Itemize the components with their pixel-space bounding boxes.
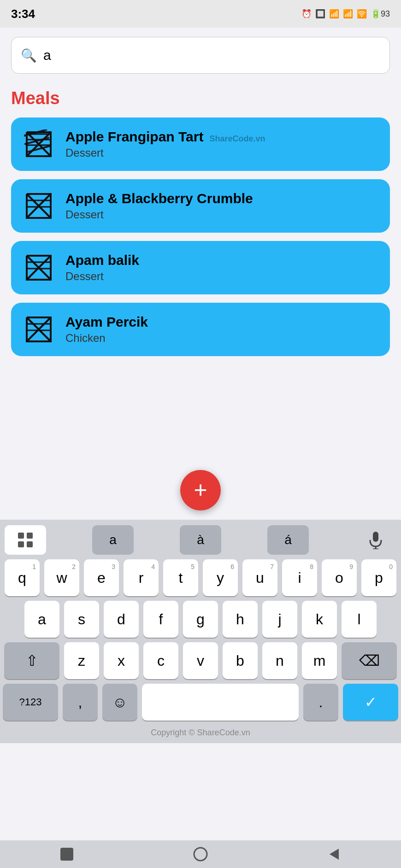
key-f[interactable]: f <box>143 601 178 638</box>
meal-list: Apple Frangipan Tart ShareCode.vn Desser… <box>11 117 390 356</box>
meal-icon-4 <box>22 313 55 346</box>
meal-info-1: Apple Frangipan Tart ShareCode.vn Desser… <box>65 129 265 159</box>
keyboard: a à á q1 w2 e3 r4 t5 y6 u7 i8 o9 p0 a s … <box>0 520 401 743</box>
status-bar: 3:34 ⏰ 🔲 📶 📶 🛜 🔋93 <box>0 0 401 28</box>
key-i[interactable]: i8 <box>282 559 317 596</box>
svg-rect-24 <box>373 532 378 542</box>
key-c[interactable]: c <box>143 642 178 679</box>
key-h[interactable]: h <box>223 601 258 638</box>
accent-a-key[interactable]: a <box>92 525 134 555</box>
keyboard-row-4: ?123 , ☺ . ✓ <box>3 684 398 721</box>
nav-square-button[interactable] <box>55 843 78 866</box>
meal-name-2: Apple & Blackberry Crumble <box>65 191 253 206</box>
key-n[interactable]: n <box>262 642 297 679</box>
meal-category-2: Dessert <box>65 208 253 221</box>
key-d[interactable]: d <box>104 601 139 638</box>
meal-category-4: Chicken <box>65 332 148 345</box>
accent-a-acute-key[interactable]: á <box>267 525 309 555</box>
key-w[interactable]: w2 <box>44 559 79 596</box>
shift-key[interactable]: ⇧ <box>4 642 59 679</box>
key-u[interactable]: u7 <box>242 559 277 596</box>
bottom-nav <box>0 840 401 868</box>
key-s[interactable]: s <box>64 601 99 638</box>
watermark-1: ShareCode.vn <box>207 134 265 143</box>
key-g[interactable]: g <box>183 601 218 638</box>
sim-icon: 🔲 <box>315 9 325 19</box>
emoji-key[interactable]: ☺ <box>102 684 137 721</box>
meal-card-1[interactable]: Apple Frangipan Tart ShareCode.vn Desser… <box>11 117 390 171</box>
key-l[interactable]: l <box>342 601 377 638</box>
key-y[interactable]: y6 <box>203 559 238 596</box>
meal-name-1: Apple Frangipan Tart ShareCode.vn <box>65 129 265 145</box>
key-t[interactable]: t5 <box>163 559 198 596</box>
keyboard-row-3: ⇧ z x c v b n m ⌫ <box>3 642 398 679</box>
mic-key[interactable] <box>355 525 396 555</box>
svg-rect-20 <box>18 533 24 539</box>
search-input[interactable] <box>43 47 380 63</box>
battery-icon: 🔋93 <box>371 9 390 19</box>
meal-info-2: Apple & Blackberry Crumble Dessert <box>65 191 253 221</box>
done-key[interactable]: ✓ <box>343 684 398 721</box>
nav-home-button[interactable] <box>189 843 212 866</box>
meal-card-2[interactable]: Apple & Blackberry Crumble Dessert <box>11 179 390 233</box>
keyboard-row-2: a s d f g h j k l <box>3 601 398 638</box>
copyright: Copyright © ShareCode.vn <box>3 725 398 739</box>
svg-rect-21 <box>27 533 33 539</box>
meal-card-4[interactable]: Ayam Percik Chicken <box>11 303 390 356</box>
keyboard-row-1: q1 w2 e3 r4 t5 y6 u7 i8 o9 p0 <box>3 559 398 596</box>
meal-category-3: Dessert <box>65 270 139 283</box>
comma-key[interactable]: , <box>63 684 98 721</box>
wifi-icon: 🛜 <box>357 9 367 19</box>
grid-key[interactable] <box>5 525 46 555</box>
svg-marker-29 <box>330 849 339 860</box>
done-icon: ✓ <box>365 693 377 711</box>
status-icons: ⏰ 🔲 📶 📶 🛜 🔋93 <box>301 9 390 19</box>
key-z[interactable]: z <box>64 642 99 679</box>
key-x[interactable]: x <box>104 642 139 679</box>
key-q[interactable]: q1 <box>5 559 40 596</box>
key-m[interactable]: m <box>302 642 337 679</box>
meal-icon-3 <box>22 251 55 284</box>
key-v[interactable]: v <box>183 642 218 679</box>
meal-icon-2 <box>22 189 55 223</box>
key-j[interactable]: j <box>262 601 297 638</box>
svg-rect-23 <box>27 541 33 547</box>
key-p[interactable]: p0 <box>361 559 396 596</box>
numbers-key[interactable]: ?123 <box>3 684 58 721</box>
accent-a-grave-key[interactable]: à <box>180 525 221 555</box>
search-icon: 🔍 <box>21 48 37 63</box>
svg-rect-27 <box>60 848 73 861</box>
meal-card-3[interactable]: Apam balik Dessert <box>11 241 390 294</box>
meal-info-3: Apam balik Dessert <box>65 252 139 283</box>
key-k[interactable]: k <box>302 601 337 638</box>
search-bar[interactable]: 🔍 <box>11 37 390 74</box>
space-key[interactable] <box>142 684 299 721</box>
signal2-icon: 📶 <box>343 9 353 19</box>
signal-icon: 📶 <box>329 9 339 19</box>
backspace-key[interactable]: ⌫ <box>342 642 397 679</box>
svg-point-28 <box>194 848 207 861</box>
meal-name-4: Ayam Percik <box>65 314 148 330</box>
main-content: 🔍 Meals Ap <box>0 28 401 356</box>
meal-icon-1 <box>22 128 55 161</box>
status-time: 3:34 <box>11 7 35 21</box>
key-b[interactable]: b <box>223 642 258 679</box>
section-title: Meals <box>11 88 390 108</box>
key-r[interactable]: r4 <box>124 559 159 596</box>
key-o[interactable]: o9 <box>322 559 357 596</box>
meal-name-3: Apam balik <box>65 252 139 268</box>
key-a[interactable]: a <box>24 601 59 638</box>
period-key[interactable]: . <box>303 684 338 721</box>
alarm-icon: ⏰ <box>301 9 312 19</box>
nav-back-button[interactable] <box>323 843 346 866</box>
key-e[interactable]: e3 <box>84 559 119 596</box>
fab-plus-icon: + <box>194 478 207 501</box>
meal-info-4: Ayam Percik Chicken <box>65 314 148 345</box>
svg-rect-22 <box>18 541 24 547</box>
meal-category-1: Dessert <box>65 147 265 159</box>
accent-row: a à á <box>3 525 398 555</box>
add-fab-button[interactable]: + <box>180 470 221 510</box>
